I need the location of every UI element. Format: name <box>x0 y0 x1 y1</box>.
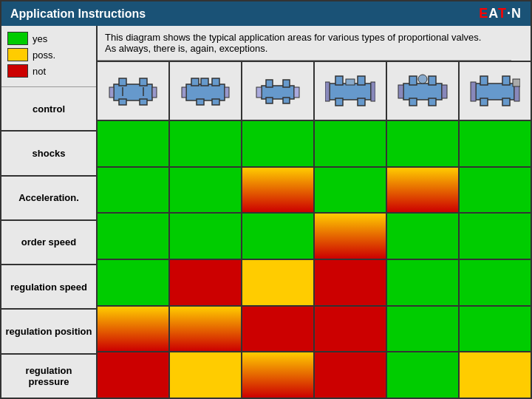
description-box: This diagram shows the typical applicati… <box>98 26 511 61</box>
svg-rect-10 <box>191 78 199 86</box>
cell-regspd-4 <box>315 260 387 305</box>
cell-shocks-1 <box>98 121 170 166</box>
cell-regpres-2 <box>170 352 242 398</box>
legend-not: not <box>7 64 90 78</box>
description-line1: This diagram shows the typical applicati… <box>105 32 481 43</box>
cell-accel-4 <box>315 168 387 213</box>
svg-rect-34 <box>429 76 436 85</box>
cell-regpos-4 <box>315 307 387 352</box>
valve-icon-3 <box>253 71 303 112</box>
svg-rect-38 <box>442 85 447 98</box>
cell-regspd-1 <box>98 260 170 305</box>
cell-regspd-3 <box>242 260 315 305</box>
cell-regpos-5 <box>387 307 460 352</box>
cell-regspd-6 <box>460 260 531 305</box>
svg-rect-30 <box>371 82 375 101</box>
svg-rect-29 <box>325 82 330 101</box>
eaton-logo: EAT·N <box>479 6 522 21</box>
legend-poss-color <box>7 48 28 61</box>
valve-icon-5 <box>398 69 448 113</box>
svg-rect-36 <box>429 98 436 106</box>
svg-rect-1 <box>119 78 126 86</box>
svg-rect-47 <box>513 79 520 86</box>
legend-area: yes poss. not <box>1 26 96 87</box>
cell-ordspd-1 <box>98 214 170 259</box>
svg-rect-43 <box>480 98 488 106</box>
content-area: yes poss. not control shocks Accelerati <box>1 26 531 398</box>
valve-header-5 <box>387 62 460 120</box>
svg-rect-44 <box>502 98 510 106</box>
svg-rect-37 <box>398 85 403 98</box>
cell-accel-3 <box>242 168 315 213</box>
row-shocks <box>98 121 531 168</box>
svg-rect-31 <box>346 79 355 85</box>
svg-point-39 <box>418 75 427 83</box>
svg-rect-41 <box>480 76 488 85</box>
svg-rect-13 <box>197 99 204 105</box>
svg-rect-20 <box>266 98 273 103</box>
grid-header-row <box>98 62 531 121</box>
svg-rect-19 <box>283 80 290 87</box>
svg-rect-21 <box>283 98 290 103</box>
left-section: yes poss. not control shocks Accelerati <box>1 26 98 398</box>
row-label-control: control <box>1 87 96 132</box>
svg-rect-16 <box>225 87 229 98</box>
svg-rect-11 <box>201 78 208 86</box>
svg-rect-0 <box>114 84 152 100</box>
row-acceleration <box>98 168 531 214</box>
legend-poss: poss. <box>7 48 90 61</box>
svg-rect-7 <box>109 87 114 98</box>
row-reg-speed <box>98 260 531 307</box>
legend-not-label: not <box>33 66 46 77</box>
row-label-shocks: shocks <box>1 132 96 176</box>
legend-poss-label: poss. <box>33 50 55 61</box>
svg-rect-28 <box>358 98 365 106</box>
main-right: This diagram shows the typical applicati… <box>98 26 531 398</box>
app-window: Application Instructions EAT·N yes poss. <box>0 0 532 399</box>
svg-rect-23 <box>294 87 299 98</box>
row-reg-position <box>98 307 531 353</box>
svg-rect-2 <box>140 78 147 86</box>
cell-accel-1 <box>98 168 170 213</box>
svg-rect-35 <box>409 98 417 106</box>
cell-shocks-3 <box>242 121 315 166</box>
cell-regpres-5 <box>387 352 460 398</box>
row-label-regulation-pressure: regulation pressure <box>1 355 96 398</box>
svg-rect-32 <box>403 83 442 100</box>
cell-accel-2 <box>170 168 242 213</box>
svg-rect-8 <box>152 87 157 98</box>
cell-regpos-3 <box>242 307 315 352</box>
cell-ordspd-5 <box>387 214 460 259</box>
svg-rect-45 <box>471 82 476 101</box>
valve-header-3 <box>242 62 315 120</box>
svg-rect-33 <box>409 76 417 85</box>
row-reg-pressure <box>98 352 531 398</box>
row-label-regulation-position: regulation position <box>1 310 96 354</box>
cell-regpres-1 <box>98 352 170 398</box>
svg-rect-4 <box>140 99 147 105</box>
cell-regpos-2 <box>170 307 242 352</box>
valve-header-2 <box>170 62 242 120</box>
cell-regpres-4 <box>315 352 387 398</box>
svg-rect-22 <box>256 87 262 98</box>
cell-accel-6 <box>460 168 531 213</box>
valve-header-6 <box>460 62 531 120</box>
valve-icon-2 <box>180 71 231 112</box>
valve-header-1 <box>98 62 170 120</box>
valve-icon-4 <box>325 69 375 113</box>
row-label-acceleration: Acceleration. <box>1 177 96 221</box>
svg-rect-3 <box>119 99 126 105</box>
cell-regpos-6 <box>460 307 531 352</box>
grid <box>98 61 531 398</box>
svg-rect-26 <box>358 76 365 85</box>
legend-not-color <box>7 64 28 78</box>
title-bar: Application Instructions EAT·N <box>1 1 531 26</box>
svg-rect-12 <box>212 78 219 86</box>
cell-ordspd-2 <box>170 214 242 259</box>
legend-yes-label: yes <box>33 33 47 44</box>
row-label-regulation-speed: regulation speed <box>1 265 96 310</box>
valve-header-4 <box>315 62 387 120</box>
cell-regpres-3 <box>242 352 315 398</box>
cell-shocks-4 <box>315 121 387 166</box>
cell-shocks-5 <box>387 121 460 166</box>
